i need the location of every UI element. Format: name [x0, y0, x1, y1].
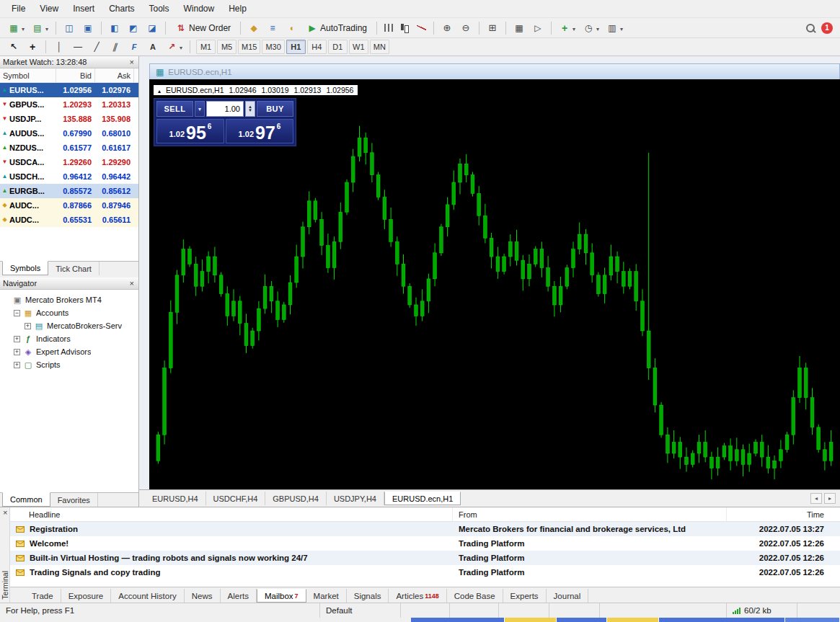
column-time[interactable]: Time [727, 507, 840, 521]
timeframe-m5[interactable]: M5 [217, 40, 236, 54]
market-watch-row[interactable]: EURUS...1.029561.02976 [0, 83, 138, 97]
channel-button[interactable] [107, 40, 124, 54]
status-profile[interactable]: Default [320, 603, 401, 618]
tabs-scroll-right-icon[interactable] [824, 493, 836, 504]
mail-row[interactable]: Welcome!Trading Platform2022.07.05 12:26 [10, 536, 840, 551]
arrows-button[interactable] [163, 40, 185, 54]
column-symbol[interactable]: Symbol [0, 68, 56, 82]
timeframe-m15[interactable]: M15 [238, 40, 260, 54]
auto-arrange-button[interactable] [510, 21, 528, 35]
zoom-in-button[interactable] [438, 21, 456, 35]
options-button[interactable] [264, 21, 281, 35]
chart-tab-usdjpy-h4[interactable]: USDJPY,H4 [327, 492, 384, 505]
close-icon[interactable] [1, 509, 9, 517]
chart-tab-usdchf-h4[interactable]: USDCHF,H4 [206, 492, 266, 505]
timeframe-w1[interactable]: W1 [349, 40, 368, 54]
mail-row[interactable]: RegistrationMercato Brokers for financia… [10, 522, 840, 536]
terminal-tab-experts[interactable]: Experts [503, 589, 547, 603]
menu-charts[interactable]: Charts [102, 1, 141, 16]
chart-candles-button[interactable] [397, 21, 412, 35]
market-watch-row[interactable]: USDCA...1.292601.29290 [0, 155, 138, 169]
terminal-tab-news[interactable]: News [185, 589, 221, 603]
market-watch-row[interactable]: AUDUS...0.679900.68010 [0, 126, 138, 141]
terminal-tab-articles[interactable]: Articles1148 [389, 589, 446, 603]
tabs-scroll-left-icon[interactable] [810, 493, 822, 504]
chart-canvas[interactable]: EURUSD.ecn,H1 1.02946 1.03019 1.02913 1.… [149, 79, 840, 489]
market-watch-row[interactable]: AUDC...0.878660.87946 [0, 198, 138, 213]
dropdown-caret-icon[interactable] [45, 23, 48, 33]
chart-tab-gbpusd-h4[interactable]: GBPUSD,H4 [265, 492, 327, 505]
tree-item-mercato-brokers-mt4[interactable]: Mercato Brokers MT4 [0, 293, 138, 306]
terminal-tab-market[interactable]: Market [306, 589, 347, 603]
terminal-tab-mailbox[interactable]: Mailbox7 [257, 589, 306, 603]
timeframe-m1[interactable]: M1 [196, 40, 216, 54]
tree-item-scripts[interactable]: Scripts [0, 358, 138, 371]
menu-insert[interactable]: Insert [66, 1, 102, 16]
mailbox-column-headers[interactable]: Headline From Time [10, 507, 840, 522]
autotrading-button[interactable]: AutoTrading [301, 21, 372, 35]
market-watch-row[interactable]: USDJP...135.888135.908 [0, 112, 138, 126]
search-icon[interactable] [805, 23, 815, 33]
metaeditor-button[interactable] [245, 21, 262, 35]
menu-window[interactable]: Window [177, 1, 222, 16]
trendline-button[interactable] [88, 40, 105, 54]
timeframe-h1[interactable]: H1 [286, 40, 306, 54]
sound-button[interactable] [283, 21, 300, 35]
tree-minus-icon[interactable] [14, 310, 20, 316]
market-watch-row[interactable]: NZDUS...0.615770.61617 [0, 141, 138, 155]
column-headline[interactable]: Headline [10, 507, 453, 521]
dropdown-caret-icon[interactable] [596, 23, 599, 33]
notification-badge[interactable]: 1 [821, 22, 833, 34]
terminal-tab-journal[interactable]: Journal [547, 589, 589, 603]
terminal-tab-signals[interactable]: Signals [347, 589, 389, 603]
buy-button[interactable]: BUY [257, 101, 293, 117]
new-order-button[interactable]: New Order [170, 21, 236, 35]
chart-window-titlebar[interactable]: EURUSD.ecn,H1 [149, 63, 840, 79]
tree-item-accounts[interactable]: Accounts [0, 306, 138, 319]
tab-symbols[interactable]: Symbols [2, 261, 48, 275]
close-icon[interactable] [128, 58, 136, 66]
vertical-line-button[interactable] [50, 40, 68, 54]
terminal-tab-code-base[interactable]: Code Base [447, 589, 503, 603]
cursor-button[interactable] [5, 40, 22, 54]
market-watch-row[interactable]: EURGB...0.855720.85612 [0, 184, 138, 198]
tile-windows-button[interactable] [484, 21, 501, 35]
market-watch-row[interactable]: GBPUS...1.202931.20313 [0, 97, 138, 112]
volume-spinner[interactable] [245, 101, 255, 117]
market-watch-row[interactable]: AUDC...0.655310.65611 [0, 213, 138, 227]
close-icon[interactable] [128, 280, 136, 288]
collapse-toggle-icon[interactable] [158, 86, 161, 94]
chart-bars-button[interactable] [381, 22, 396, 34]
data-window-button[interactable] [79, 21, 97, 35]
templates-button[interactable] [604, 21, 626, 35]
strategy-tester-button[interactable] [143, 21, 161, 35]
sell-price-display[interactable]: 1.02 95 6 [156, 119, 224, 143]
tree-plus-icon[interactable] [14, 362, 20, 368]
sell-options-caret-icon[interactable] [195, 101, 205, 117]
tree-plus-icon[interactable] [14, 336, 20, 342]
new-chart-button[interactable] [5, 21, 27, 35]
chart-tab-eurusd-ecn-h1[interactable]: EURUSD.ecn,H1 [384, 492, 461, 505]
timeframe-d1[interactable]: D1 [328, 40, 348, 54]
tree-item-mercatobrokers-serv[interactable]: MercatoBrokers-Serv [0, 319, 138, 332]
market-watch-row[interactable]: USDCH...0.964120.96442 [0, 169, 138, 184]
market-watch-column-headers[interactable]: Symbol Bid Ask [0, 68, 138, 83]
menu-file[interactable]: File [4, 1, 32, 16]
menu-tools[interactable]: Tools [142, 1, 177, 16]
profiles-button[interactable] [29, 21, 51, 35]
mail-row[interactable]: Trading Signals and copy tradingTrading … [10, 565, 840, 579]
terminal-tab-account-history[interactable]: Account History [111, 589, 185, 603]
dropdown-caret-icon[interactable] [180, 42, 182, 52]
dropdown-caret-icon[interactable] [620, 23, 623, 33]
fibonacci-button[interactable] [125, 40, 143, 54]
chart-shift-button[interactable] [529, 21, 547, 35]
mail-row[interactable]: Built-in Virtual Hosting — trading robot… [10, 551, 840, 565]
tab-tick-chart[interactable]: Tick Chart [48, 262, 100, 275]
column-ask[interactable]: Ask [95, 68, 134, 82]
crosshair-button[interactable] [24, 40, 41, 54]
market-watch-button[interactable] [61, 21, 78, 35]
timeframe-h4[interactable]: H4 [307, 40, 327, 54]
sell-button[interactable]: SELL [156, 101, 193, 117]
zoom-out-button[interactable] [457, 21, 474, 35]
terminal-tab-alerts[interactable]: Alerts [221, 589, 257, 603]
